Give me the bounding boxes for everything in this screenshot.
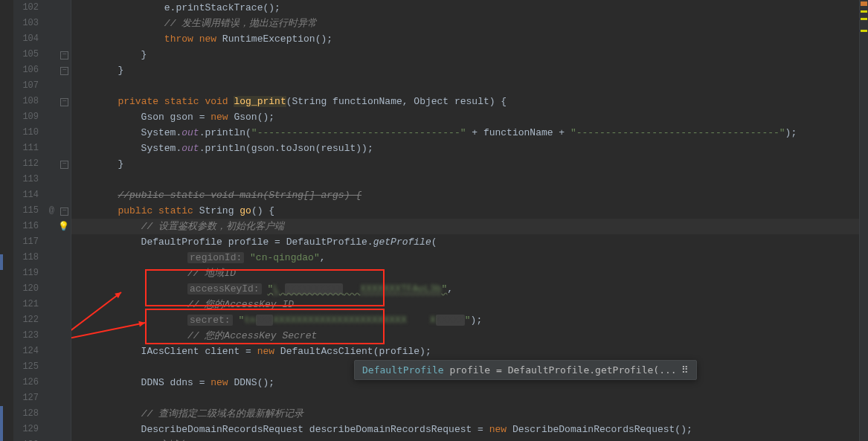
line-number[interactable]: 124 bbox=[13, 344, 39, 359]
code-line[interactable]: } bbox=[71, 156, 859, 172]
right-error-stripe[interactable] bbox=[859, 0, 868, 441]
gutter-extra-cell[interactable] bbox=[47, 375, 71, 390]
line-number[interactable]: 130 bbox=[13, 437, 39, 441]
gutter-extra-cell[interactable] bbox=[47, 187, 71, 203]
code-line[interactable]: regionId: "cn-qingdao", bbox=[71, 250, 859, 265]
fold-close-icon[interactable] bbox=[60, 62, 68, 78]
gutter-extra-cell[interactable] bbox=[47, 31, 71, 47]
line-number[interactable]: 116 bbox=[13, 219, 39, 234]
line-number[interactable]: 102 bbox=[13, 0, 39, 16]
gutter-extra-cell[interactable] bbox=[47, 125, 71, 141]
gutter-extra-cell[interactable] bbox=[47, 328, 71, 344]
error-stripe-marker[interactable] bbox=[861, 10, 867, 13]
line-number[interactable]: 122 bbox=[13, 312, 39, 328]
code-line[interactable]: DescribeDomainRecordsRequest describeDom… bbox=[71, 422, 859, 437]
gutter-extra-cell[interactable] bbox=[47, 422, 71, 437]
gutter-extra-cell[interactable] bbox=[47, 156, 71, 172]
gutter-icons[interactable]: @💡 bbox=[47, 0, 71, 441]
code-body[interactable]: e.printStackTrace(); // 发生调用错误，抛出运行时异常 t… bbox=[71, 0, 859, 441]
gutter-extra-cell[interactable]: 💡 bbox=[47, 219, 71, 234]
code-line[interactable]: e.printStackTrace(); bbox=[71, 0, 859, 16]
error-stripe-marker[interactable] bbox=[861, 18, 867, 20]
line-number[interactable]: 128 bbox=[13, 406, 39, 422]
code-line[interactable]: // 查询指定二级域名的最新解析记录 bbox=[71, 406, 859, 422]
code-line[interactable] bbox=[71, 78, 859, 94]
gutter-extra-cell[interactable] bbox=[47, 390, 71, 406]
line-number-gutter[interactable]: 1021031041051061071081091101111121131141… bbox=[13, 0, 47, 441]
fold-close-icon[interactable] bbox=[60, 156, 68, 172]
line-number[interactable]: 109 bbox=[13, 109, 39, 125]
code-line[interactable]: // 您的AccessKey ID bbox=[71, 297, 859, 312]
code-line[interactable]: } bbox=[71, 62, 859, 78]
code-line[interactable]: DefaultProfile profile = DefaultProfile.… bbox=[71, 234, 859, 250]
gutter-extra-cell[interactable] bbox=[47, 0, 71, 16]
line-number[interactable]: 106 bbox=[13, 62, 39, 78]
line-number[interactable]: 107 bbox=[13, 78, 39, 94]
grip-icon[interactable]: ⠿ bbox=[681, 364, 689, 376]
code-line[interactable]: Gson gson = new Gson(); bbox=[71, 109, 859, 125]
code-line[interactable] bbox=[71, 172, 859, 187]
code-line[interactable]: // 主域名 bbox=[71, 437, 859, 441]
line-number[interactable]: 123 bbox=[13, 328, 39, 344]
line-number[interactable]: 103 bbox=[13, 16, 39, 31]
code-line[interactable]: secret: "tnXXXXXXXXXXXXXXXXXXXXXXXXXX XX… bbox=[71, 312, 859, 328]
code-line[interactable]: //public static void main(String[] args)… bbox=[71, 187, 859, 203]
gutter-extra-cell[interactable] bbox=[47, 406, 71, 422]
code-line[interactable]: // 发生调用错误，抛出运行时异常 bbox=[71, 16, 859, 31]
gutter-extra-cell[interactable] bbox=[47, 250, 71, 265]
gutter-extra-cell[interactable] bbox=[47, 344, 71, 359]
editor-root[interactable]: 1021031041051061071081091101111121131141… bbox=[0, 0, 868, 441]
fold-open-icon[interactable] bbox=[60, 94, 68, 109]
gutter-extra-cell[interactable] bbox=[47, 47, 71, 62]
gutter-extra-cell[interactable] bbox=[47, 78, 71, 94]
gutter-extra-cell[interactable] bbox=[47, 359, 71, 375]
gutter-extra-cell[interactable] bbox=[47, 109, 71, 125]
code-line[interactable]: throw new RuntimeException(); bbox=[71, 31, 859, 47]
code-line[interactable]: IAcsClient client = new DefaultAcsClient… bbox=[71, 344, 859, 359]
line-number[interactable]: 114 bbox=[13, 187, 39, 203]
line-number[interactable]: 108 bbox=[13, 94, 39, 109]
code-line[interactable] bbox=[71, 390, 859, 406]
code-line[interactable]: // 设置鉴权参数，初始化客户端 bbox=[71, 219, 859, 234]
fold-open-icon[interactable] bbox=[60, 203, 68, 219]
line-number[interactable]: 111 bbox=[13, 141, 39, 156]
line-number[interactable]: 112 bbox=[13, 156, 39, 172]
line-number[interactable]: 118 bbox=[13, 250, 39, 265]
line-number[interactable]: 104 bbox=[13, 31, 39, 47]
error-stripe-marker[interactable] bbox=[861, 30, 867, 32]
code-line[interactable]: System.out.println("--------------------… bbox=[71, 125, 859, 141]
line-number[interactable]: 105 bbox=[13, 47, 39, 62]
line-number[interactable]: 121 bbox=[13, 297, 39, 312]
gutter-extra-cell[interactable] bbox=[47, 297, 71, 312]
code-line[interactable]: private static void log_print(String fun… bbox=[71, 94, 859, 109]
line-number[interactable]: 113 bbox=[13, 172, 39, 187]
gutter-extra-cell[interactable] bbox=[47, 437, 71, 441]
gutter-extra-cell[interactable]: @ bbox=[47, 203, 71, 219]
error-stripe-marker[interactable] bbox=[861, 1, 867, 6]
intention-bulb-icon[interactable]: 💡 bbox=[58, 219, 69, 235]
line-number[interactable]: 115 bbox=[13, 203, 39, 219]
code-line[interactable]: // 地域ID bbox=[71, 265, 859, 281]
fold-close-icon[interactable] bbox=[60, 47, 68, 62]
line-number[interactable]: 120 bbox=[13, 281, 39, 297]
gutter-extra-cell[interactable] bbox=[47, 234, 71, 250]
gutter-extra-cell[interactable] bbox=[47, 94, 71, 109]
line-number[interactable]: 126 bbox=[13, 375, 39, 390]
gutter-extra-cell[interactable] bbox=[47, 141, 71, 156]
breadcrumb-popup[interactable]: DefaultProfile profile = DefaultProfile.… bbox=[354, 360, 697, 380]
code-line[interactable]: } bbox=[71, 47, 859, 62]
gutter-extra-cell[interactable] bbox=[47, 312, 71, 328]
gutter-extra-cell[interactable] bbox=[47, 172, 71, 187]
gutter-extra-cell[interactable] bbox=[47, 16, 71, 31]
line-number[interactable]: 125 bbox=[13, 359, 39, 375]
gutter-extra-cell[interactable] bbox=[47, 265, 71, 281]
code-line[interactable]: public static String go() { bbox=[71, 203, 859, 219]
line-number[interactable]: 119 bbox=[13, 265, 39, 281]
gutter-extra-cell[interactable] bbox=[47, 62, 71, 78]
code-line[interactable]: // 您的AccessKey Secret bbox=[71, 328, 859, 344]
line-number[interactable]: 117 bbox=[13, 234, 39, 250]
line-number[interactable]: 129 bbox=[13, 422, 39, 437]
code-line[interactable]: accessKeyId: "L XXXXXXXXXX XXXXXXXTFAoL3… bbox=[71, 281, 859, 297]
gutter-extra-cell[interactable] bbox=[47, 281, 71, 297]
line-number[interactable]: 127 bbox=[13, 390, 39, 406]
